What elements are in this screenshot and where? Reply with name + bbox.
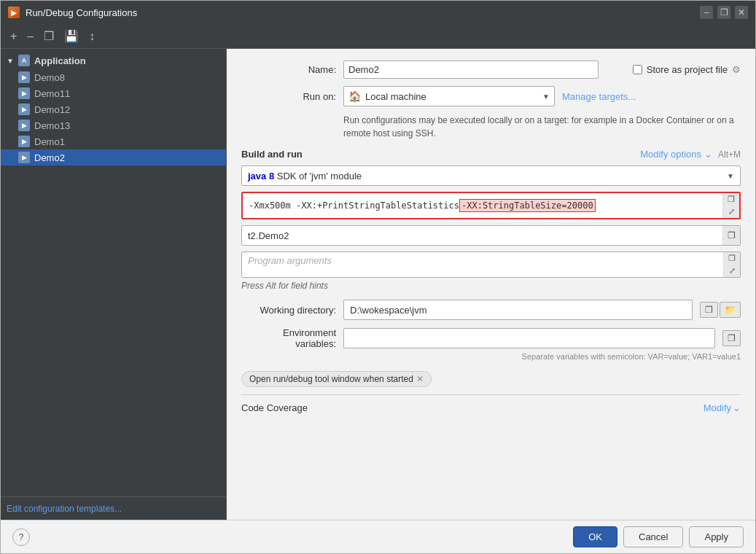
name-label: Name: bbox=[241, 64, 336, 75]
add-config-button[interactable]: + bbox=[7, 28, 20, 45]
run-debug-dialog: ▶ Run/Debug Configurations – ❐ ✕ + – ❐ 💾… bbox=[0, 0, 756, 554]
copy-config-button[interactable]: ❐ bbox=[40, 27, 58, 45]
vm-options-expand-button[interactable]: ⤢ bbox=[723, 206, 739, 218]
manage-targets-link[interactable]: Manage targets... bbox=[562, 91, 636, 102]
group-expand-icon: ▼ bbox=[7, 57, 14, 65]
sidebar: ▼ A Application ▶ Demo8 ▶ Demo11 ▶ Demo1… bbox=[1, 49, 227, 520]
vm-options-actions: ❐ ⤢ bbox=[722, 193, 739, 218]
demo8-label: Demo8 bbox=[34, 72, 65, 83]
prog-args-expand-button[interactable]: ⤢ bbox=[724, 265, 740, 277]
toolbar: + – ❐ 💾 ↕ bbox=[1, 24, 755, 49]
close-button[interactable]: ✕ bbox=[735, 6, 748, 19]
dialog-icon: ▶ bbox=[8, 7, 20, 18]
run-on-dropdown[interactable]: 🏠 Local machine ▼ bbox=[343, 86, 555, 106]
gear-icon[interactable]: ⚙ bbox=[732, 64, 741, 75]
alt-hint: Alt+M bbox=[718, 149, 741, 160]
demo12-icon: ▶ bbox=[18, 104, 30, 115]
build-run-title: Build and run bbox=[241, 149, 303, 160]
title-bar-controls: – ❐ ✕ bbox=[700, 6, 748, 19]
section-divider bbox=[241, 394, 741, 395]
main-class-row: t2.Demo2 ❐ bbox=[241, 225, 741, 246]
application-group-label: ▼ A Application bbox=[1, 52, 226, 69]
name-row: Name: Store as project file ⚙ bbox=[241, 61, 741, 79]
wd-browse-file-button[interactable]: ❐ bbox=[700, 302, 718, 318]
right-panel: Name: Store as project file ⚙ Run on: 🏠 … bbox=[227, 49, 755, 520]
env-vars-edit-button[interactable]: ❐ bbox=[722, 330, 741, 346]
sidebar-item-demo13[interactable]: ▶ Demo13 bbox=[1, 117, 226, 133]
vm-options-copy-button[interactable]: ❐ bbox=[723, 193, 739, 206]
env-vars-label: Environment variables: bbox=[241, 327, 336, 349]
vm-options-row: -Xmx500m -XX:+PrintStringTableStatistics… bbox=[241, 192, 741, 219]
program-args-placeholder[interactable]: Program arguments bbox=[242, 252, 723, 277]
working-dir-row: Working directory: ❐ 📁 bbox=[241, 300, 741, 320]
application-group: ▼ A Application ▶ Demo8 ▶ Demo11 ▶ Demo1… bbox=[1, 49, 226, 168]
modify-link-arrow-icon: ⌄ bbox=[733, 402, 741, 413]
demo13-icon: ▶ bbox=[18, 120, 30, 131]
sidebar-footer: Edit configuration templates... bbox=[1, 496, 226, 520]
sort-config-button[interactable]: ↕ bbox=[85, 28, 98, 45]
vm-options-prefix: -Xmx500m -XX:+PrintStringTableStatistics bbox=[249, 200, 459, 211]
store-as-project-label: Store as project file bbox=[647, 64, 728, 75]
sidebar-item-demo2[interactable]: ▶ Demo2 bbox=[1, 149, 226, 165]
remove-config-button[interactable]: – bbox=[23, 28, 37, 45]
working-dir-input[interactable] bbox=[343, 300, 693, 320]
working-dir-label: Working directory: bbox=[241, 305, 336, 316]
open-window-tag: Open run/debug tool window when started … bbox=[241, 371, 432, 387]
demo13-label: Demo13 bbox=[34, 120, 70, 131]
main-content: ▼ A Application ▶ Demo8 ▶ Demo11 ▶ Demo1… bbox=[1, 49, 755, 520]
env-vars-input[interactable] bbox=[343, 328, 715, 348]
modify-options-label: Modify options bbox=[640, 149, 701, 160]
home-icon: 🏠 bbox=[344, 90, 365, 102]
dialog-title: Run/Debug Configurations bbox=[26, 7, 694, 18]
press-hint: Press Alt for field hints bbox=[241, 281, 741, 291]
demo11-label: Demo11 bbox=[34, 88, 70, 99]
help-button[interactable]: ? bbox=[12, 528, 30, 546]
code-coverage-row: Code Coverage Modify ⌄ bbox=[241, 402, 741, 413]
modify-options-button[interactable]: Modify options ⌄ bbox=[640, 149, 712, 160]
demo8-icon: ▶ bbox=[18, 71, 30, 83]
code-coverage-label: Code Coverage bbox=[241, 402, 308, 413]
apply-button[interactable]: Apply bbox=[689, 526, 744, 547]
store-checkbox-row: Store as project file ⚙ bbox=[633, 64, 741, 75]
title-bar: ▶ Run/Debug Configurations – ❐ ✕ bbox=[1, 1, 755, 24]
sidebar-item-demo11[interactable]: ▶ Demo11 bbox=[1, 85, 226, 101]
main-class-copy-button[interactable]: ❐ bbox=[722, 226, 740, 245]
dropdown-arrow-icon: ▼ bbox=[538, 93, 554, 101]
sidebar-item-demo8[interactable]: ▶ Demo8 bbox=[1, 69, 226, 85]
tag-row: Open run/debug tool window when started … bbox=[241, 371, 741, 387]
sidebar-item-demo1[interactable]: ▶ Demo1 bbox=[1, 133, 226, 149]
maximize-button[interactable]: ❐ bbox=[717, 6, 730, 19]
wd-browse-dir-button[interactable]: 📁 bbox=[720, 302, 741, 318]
build-run-section-header: Build and run Modify options ⌄ Alt+M bbox=[241, 149, 741, 160]
app-group-icon: A bbox=[18, 55, 30, 66]
demo1-icon: ▶ bbox=[18, 136, 30, 147]
save-config-button[interactable]: 💾 bbox=[61, 27, 82, 45]
remove-tag-button[interactable]: ✕ bbox=[416, 374, 424, 384]
ok-button[interactable]: OK bbox=[573, 526, 617, 547]
edit-templates-link[interactable]: Edit configuration templates... bbox=[7, 504, 122, 514]
prog-args-copy-button[interactable]: ❐ bbox=[724, 252, 740, 265]
minimize-button[interactable]: – bbox=[700, 6, 713, 19]
name-input[interactable] bbox=[343, 61, 599, 79]
sep-hint: Separate variables with semicolon: VAR=v… bbox=[241, 352, 741, 361]
cancel-button[interactable]: Cancel bbox=[623, 526, 683, 547]
sdk-dropdown-arrow-icon: ▼ bbox=[727, 172, 734, 180]
vm-options-text[interactable]: -Xmx500m -XX:+PrintStringTableStatistics… bbox=[243, 193, 722, 218]
wd-buttons: ❐ 📁 bbox=[700, 302, 741, 318]
code-coverage-modify-link[interactable]: Modify ⌄ bbox=[704, 402, 741, 413]
run-on-row: Run on: 🏠 Local machine ▼ Manage targets… bbox=[241, 86, 741, 106]
run-on-label: Run on: bbox=[241, 91, 336, 102]
demo2-label: Demo2 bbox=[34, 152, 65, 163]
store-as-project-checkbox[interactable] bbox=[633, 65, 642, 74]
sidebar-item-demo12[interactable]: ▶ Demo12 bbox=[1, 101, 226, 117]
demo11-icon: ▶ bbox=[18, 87, 30, 99]
demo2-icon: ▶ bbox=[18, 152, 30, 163]
demo1-label: Demo1 bbox=[34, 136, 65, 147]
run-hint-text: Run configurations may be executed local… bbox=[343, 114, 741, 140]
application-label: Application bbox=[34, 55, 86, 66]
bottom-bar: ? OK Cancel Apply bbox=[1, 520, 755, 553]
main-class-text[interactable]: t2.Demo2 bbox=[242, 230, 722, 241]
program-args-row: Program arguments ❐ ⤢ bbox=[241, 251, 741, 278]
sdk-dropdown-text: java 8 SDK of 'jvm' module bbox=[248, 171, 727, 182]
sdk-dropdown[interactable]: java 8 SDK of 'jvm' module ▼ bbox=[241, 165, 741, 186]
